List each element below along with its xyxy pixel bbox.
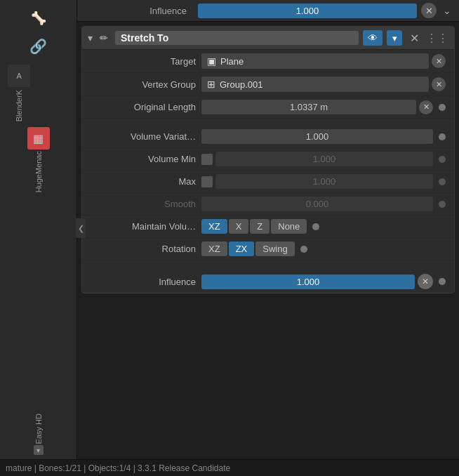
vertex-group-field[interactable]: ⊞ Group.001 [201,77,429,92]
original-length-row: Original Length 1.0337 m ✕ [82,96,454,119]
original-length-field[interactable]: 1.0337 m [201,100,416,114]
volume-variation-label: Volume Variat… [91,131,196,142]
max-row: Max 1.000 [82,171,454,193]
maintain-volume-buttons: XZ X Z None [201,219,307,234]
checker-icon[interactable]: ▦ [27,127,50,150]
rotation-xz-button[interactable]: XZ [201,242,227,256]
volume-min-dot [439,156,446,163]
smooth-label: Smooth [91,199,196,209]
rotation-row: Rotation XZ ZX Swing [82,238,454,260]
hugemenac-label: HugeMenac [34,151,43,192]
volume-variation-field[interactable]: 1.000 [201,129,433,144]
rotation-zx-button[interactable]: ZX [229,242,255,256]
influence-reset-button[interactable]: ✕ [418,274,433,289]
influence-field[interactable]: 1.000 [201,275,415,289]
volume-variation-dot [439,133,446,140]
rotation-buttons: XZ ZX Swing [201,242,295,256]
vertex-group-value: Group.001 [220,79,262,90]
volume-min-field: 1.000 [215,152,433,166]
target-row: Target ▣ Plane ✕ [82,50,454,73]
sidebar: 🦴 🔗 A BlenderK ▦ HugeMenac Easy HD ▾ ❮ [0,0,77,476]
volume-min-content: 1.000 [201,152,446,166]
vertex-group-content: ⊞ Group.001 ✕ [201,77,446,92]
spacer-1 [82,119,454,126]
main-panel: Influence 1.000 ✕ ⌄ ▾ ✏ 👁 ▾ ✕ ⋮⋮ Target … [77,0,459,476]
stretch-to-panel: ▾ ✏ 👁 ▾ ✕ ⋮⋮ Target ▣ Plane ✕ Vertex Gro… [81,26,455,293]
panel-edit-icon[interactable]: ✏ [97,31,111,45]
influence-dot [439,278,446,285]
rotation-content: XZ ZX Swing [201,242,446,256]
top-influence-row: Influence 1.000 ✕ ⌄ [77,0,459,22]
original-length-content: 1.0337 m ✕ [201,100,446,114]
sidebar-collapse-arrow[interactable]: ❮ [76,218,86,238]
panel-dropdown-button[interactable]: ▾ [387,30,402,46]
maintain-volume-z-button[interactable]: Z [250,219,270,234]
bone-icon[interactable]: 🦴 [26,6,51,31]
rotation-swing-button[interactable]: Swing [255,242,294,256]
influence-chevron-top[interactable]: ⌄ [441,4,453,17]
max-content: 1.000 [201,174,446,189]
maintain-volume-xz-button[interactable]: XZ [201,219,227,234]
vertex-group-label: Vertex Group [91,79,196,90]
max-field: 1.000 [215,174,433,189]
easyhd-label: Easy HD [34,414,43,444]
rotation-label: Rotation [91,244,196,254]
max-checkbox[interactable] [201,176,213,187]
original-length-reset-button[interactable]: ✕ [419,100,433,114]
panel-close-button[interactable]: ✕ [406,30,422,46]
target-content: ▣ Plane ✕ [201,53,446,69]
maintain-volume-content: XZ X Z None [201,219,446,234]
blenderk-icon[interactable]: A [8,65,30,87]
max-dot [439,178,446,185]
maintain-volume-none-button[interactable]: None [271,219,307,234]
blenderk-label: BlenderK [15,90,23,121]
volume-variation-row: Volume Variat… 1.000 [82,126,454,148]
vertex-group-icon: ⊞ [207,79,215,90]
maintain-volume-x-button[interactable]: X [229,219,249,234]
smooth-row: Smooth 0.000 [82,193,454,216]
status-bar: mature | Bones:1/21 | Objects:1/4 | 3.3.… [0,459,459,476]
target-value: Plane [220,56,244,67]
constraint-icon[interactable]: 🔗 [26,34,51,59]
status-text: mature | Bones:1/21 | Objects:1/4 | 3.3.… [6,463,230,473]
smooth-dot [439,201,446,208]
influence-close-top[interactable]: ✕ [421,3,437,18]
influence-value-top[interactable]: 1.000 [198,4,417,18]
smooth-content: 0.000 [201,197,446,211]
panel-header: ▾ ✏ 👁 ▾ ✕ ⋮⋮ [82,27,454,50]
rotation-dot [300,246,307,253]
spacer-2 [82,260,454,267]
arrow-down-icon[interactable]: ▾ [34,445,44,455]
volume-min-label: Volume Min [91,154,196,164]
target-object-icon: ▣ [207,55,216,67]
influence-content: 1.000 ✕ [201,274,446,289]
original-length-dot [439,104,446,111]
vertex-group-row: Vertex Group ⊞ Group.001 ✕ [82,73,454,96]
maintain-volume-row: Maintain Volu… XZ X Z None [82,216,454,238]
original-length-label: Original Length [91,102,196,112]
target-label: Target [91,56,196,67]
target-field[interactable]: ▣ Plane [201,53,429,69]
volume-min-row: Volume Min 1.000 [82,148,454,171]
volume-variation-content: 1.000 [201,129,446,144]
max-label: Max [91,176,196,187]
panel-collapse-icon[interactable]: ▾ [88,32,93,44]
target-clear-button[interactable]: ✕ [432,54,446,68]
smooth-field: 0.000 [201,197,433,211]
maintain-volume-label: Maintain Volu… [91,221,196,232]
vertex-group-clear-button[interactable]: ✕ [432,77,446,91]
influence-label-top: Influence [83,6,194,16]
panel-options-button[interactable]: ⋮⋮ [426,32,448,45]
maintain-volume-dot [312,223,319,230]
panel-visibility-button[interactable]: 👁 [363,30,382,46]
panel-title-input[interactable] [115,31,359,45]
influence-row: Influence 1.000 ✕ [82,270,454,293]
volume-min-checkbox[interactable] [201,154,213,165]
influence-label: Influence [91,277,196,287]
